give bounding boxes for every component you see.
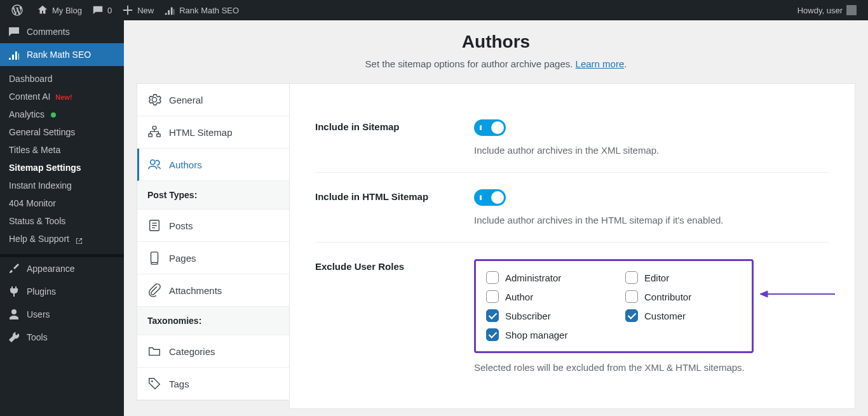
role-checkbox-subscriber[interactable]: Subscriber <box>486 309 600 322</box>
include-html-desc: Include author archives in the HTML site… <box>474 215 829 225</box>
rankmath-submenu: Dashboard Content AI New! Analytics Gene… <box>0 66 124 254</box>
wp-admin-sidebar: Comments Rank Math SEO Dashboard Content… <box>0 20 124 416</box>
new-content-link[interactable]: New <box>117 0 159 20</box>
field-exclude-roles: Exclude User Roles AdministratorEditorAu… <box>315 243 829 389</box>
menu-users[interactable]: Users <box>0 303 124 326</box>
submenu-general-settings[interactable]: General Settings <box>0 123 124 141</box>
field-include-html: Include in HTML Sitemap Include author a… <box>315 173 829 243</box>
wp-logo[interactable] <box>6 0 32 20</box>
submenu-analytics-label: Analytics <box>9 109 44 119</box>
role-checkbox-administrator[interactable]: Administrator <box>486 271 600 284</box>
page-header: Authors Set the sitemap options for auth… <box>124 20 868 83</box>
role-checkbox-input[interactable] <box>486 309 499 322</box>
menu-users-label: Users <box>27 309 50 319</box>
role-checkbox-input[interactable] <box>486 328 499 341</box>
role-checkbox-editor[interactable]: Editor <box>625 271 739 284</box>
wrench-icon <box>8 331 20 344</box>
include-sitemap-desc: Include author archives in the XML sitem… <box>474 145 829 156</box>
svg-point-3 <box>151 160 155 164</box>
role-checkbox-input[interactable] <box>625 290 638 303</box>
menu-appearance[interactable]: Appearance <box>0 257 124 280</box>
tab-attachments[interactable]: Attachments <box>137 274 289 307</box>
page-title: Authors <box>137 32 855 52</box>
tab-pages[interactable]: Pages <box>137 242 289 274</box>
submenu-dashboard[interactable]: Dashboard <box>0 70 124 88</box>
tab-categories-label: Categories <box>169 346 215 357</box>
wp-admin-bar: My Blog 0 New Rank Math SEO Howdy, user <box>0 0 868 20</box>
tab-html-sitemap-label: HTML Sitemap <box>169 127 232 138</box>
include-sitemap-label: Include in Sitemap <box>315 119 449 156</box>
role-checkbox-input[interactable] <box>625 309 638 322</box>
page-icon <box>147 251 161 265</box>
include-sitemap-toggle[interactable] <box>474 119 506 136</box>
submenu-404-monitor[interactable]: 404 Monitor <box>0 194 124 212</box>
role-checkbox-contributor[interactable]: Contributor <box>625 290 739 303</box>
submenu-sitemap-settings[interactable]: Sitemap Settings <box>0 159 124 177</box>
role-checkbox-shop-manager[interactable]: Shop manager <box>486 328 600 341</box>
comments-count: 0 <box>107 6 112 15</box>
tab-authors-label: Authors <box>169 159 202 170</box>
tab-html-sitemap[interactable]: HTML Sitemap <box>137 116 289 149</box>
home-icon <box>37 4 48 16</box>
rankmath-toolbar[interactable]: Rank Math SEO <box>159 0 244 20</box>
settings-tabs: General HTML Sitemap Authors Post Types:… <box>137 83 289 401</box>
exclude-roles-label: Exclude User Roles <box>315 259 449 373</box>
settings-panel: Include in Sitemap Include author archiv… <box>289 83 855 409</box>
role-checkbox-label: Administrator <box>505 272 561 283</box>
include-html-label: Include in HTML Sitemap <box>315 189 449 225</box>
svg-rect-0 <box>153 126 156 130</box>
avatar <box>846 5 857 15</box>
annotation-arrow <box>760 290 836 299</box>
role-checkbox-author[interactable]: Author <box>486 290 600 303</box>
svg-point-7 <box>151 380 153 382</box>
folder-icon <box>147 344 161 358</box>
menu-plugins[interactable]: Plugins <box>0 280 124 303</box>
tab-authors[interactable]: Authors <box>137 149 289 181</box>
tab-posts[interactable]: Posts <box>137 210 289 242</box>
menu-comments[interactable]: Comments <box>0 20 124 43</box>
submenu-help-label: Help & Support <box>9 234 69 244</box>
tab-tags-label: Tags <box>169 379 189 389</box>
submenu-content-ai[interactable]: Content AI New! <box>0 88 124 105</box>
tab-attachments-label: Attachments <box>169 285 222 296</box>
page-subtitle: Set the sitemap options for author archi… <box>365 58 576 69</box>
status-dot-icon <box>51 112 56 117</box>
user-icon <box>8 308 20 321</box>
submenu-titles-meta[interactable]: Titles & Meta <box>0 141 124 159</box>
tab-general-label: General <box>169 95 203 105</box>
page-subtitle-after: . <box>624 58 627 69</box>
exclude-roles-group: AdministratorEditorAuthorContributorSubs… <box>474 259 754 353</box>
include-html-toggle[interactable] <box>474 189 506 206</box>
post-icon <box>147 218 161 232</box>
plus-icon <box>122 4 133 16</box>
submenu-status-tools[interactable]: Status & Tools <box>0 212 124 230</box>
role-checkbox-label: Shop manager <box>505 330 567 340</box>
svg-rect-1 <box>149 134 153 137</box>
submenu-help-support[interactable]: Help & Support <box>0 230 124 248</box>
site-name-link[interactable]: My Blog <box>32 0 87 20</box>
svg-rect-5 <box>151 252 158 263</box>
rankmath-icon <box>164 4 175 16</box>
comments-link[interactable]: 0 <box>87 0 117 20</box>
tab-general[interactable]: General <box>137 84 289 116</box>
tab-tags[interactable]: Tags <box>137 368 289 400</box>
role-checkbox-input[interactable] <box>486 290 499 303</box>
menu-tools[interactable]: Tools <box>0 326 124 349</box>
role-checkbox-label: Customer <box>644 311 686 321</box>
role-checkbox-input[interactable] <box>486 271 499 284</box>
learn-more-link[interactable]: Learn more <box>576 58 625 69</box>
howdy-user[interactable]: Howdy, user <box>792 0 862 20</box>
role-checkbox-customer[interactable]: Customer <box>625 309 739 322</box>
submenu-instant-indexing[interactable]: Instant Indexing <box>0 177 124 194</box>
role-checkbox-input[interactable] <box>625 271 638 284</box>
role-checkbox-label: Subscriber <box>505 311 551 321</box>
submenu-analytics[interactable]: Analytics <box>0 105 124 123</box>
tab-categories[interactable]: Categories <box>137 335 289 368</box>
menu-rankmath[interactable]: Rank Math SEO <box>0 43 124 66</box>
menu-comments-label: Comments <box>27 27 70 37</box>
menu-rankmath-label: Rank Math SEO <box>27 50 91 60</box>
role-checkbox-label: Editor <box>644 272 669 283</box>
rankmath-icon <box>8 48 20 61</box>
new-badge: New! <box>55 93 72 101</box>
tab-pages-label: Pages <box>169 253 196 264</box>
